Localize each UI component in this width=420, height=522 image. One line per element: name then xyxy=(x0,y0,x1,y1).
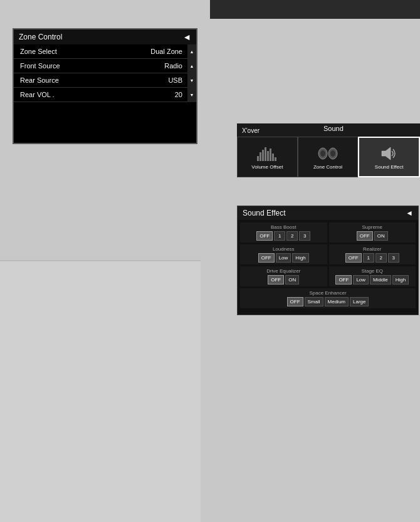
zone-control-title: Zone Control xyxy=(19,33,62,41)
volume-offset-icon xyxy=(256,145,278,162)
table-row[interactable]: Front Source Radio xyxy=(14,59,196,73)
supreme-on[interactable]: ON xyxy=(374,231,388,241)
sound-effect-graphic xyxy=(378,144,401,163)
realizer-2[interactable]: 2 xyxy=(375,253,387,263)
drive-eq-buttons: OFF ON xyxy=(242,275,325,284)
stage-eq-section: Stage EQ OFF Low Middle High xyxy=(329,266,416,286)
table-row[interactable]: Rear VOL . 20 xyxy=(14,88,196,102)
front-source-label: Front Source xyxy=(20,62,60,70)
bass-boost-1[interactable]: 1 xyxy=(274,231,285,241)
bass-boost-3[interactable]: 3 xyxy=(299,231,310,241)
svg-rect-2 xyxy=(262,150,264,161)
drive-eq-on[interactable]: ON xyxy=(285,275,299,284)
rear-vol-value: 20 xyxy=(175,91,182,98)
nav-volume-offset[interactable]: Volume Offset xyxy=(237,137,298,177)
scroll-down-arrow[interactable]: ▼ xyxy=(190,78,194,83)
realizer-title: Realizer xyxy=(331,246,414,252)
supreme-section: Supreme OFF ON xyxy=(329,222,416,243)
stage-eq-high[interactable]: High xyxy=(392,275,409,284)
zone-control-rows: Zone Select Dual Zone Front Source Radio… xyxy=(14,44,196,102)
svg-rect-4 xyxy=(267,151,269,161)
scroll-down-arrow2[interactable]: ▼ xyxy=(190,93,194,97)
sound-effect-icon xyxy=(378,145,401,162)
bass-boost-2[interactable]: 2 xyxy=(286,231,298,241)
table-row[interactable]: Zone Select Dual Zone xyxy=(14,44,196,59)
sound-effect-label: Sound Effect xyxy=(375,164,404,170)
stage-eq-buttons: OFF Low Middle High xyxy=(331,275,414,284)
drive-eq-section: Drive Equalizer OFF ON xyxy=(240,266,327,286)
realizer-section: Realizer OFF 1 2 3 xyxy=(329,244,416,264)
rear-source-label: Rear Source xyxy=(20,76,59,84)
top-bar xyxy=(210,0,420,19)
space-enhancer-buttons: OFF Small Medium Large xyxy=(242,297,414,306)
loudness-high[interactable]: High xyxy=(292,253,308,263)
bass-boost-title: Bass Boost xyxy=(242,224,325,230)
zone-control-panel: Zone Control ◄ Zone Select Dual Zone Fro… xyxy=(13,28,197,144)
stage-eq-off[interactable]: OFF xyxy=(335,275,352,284)
sound-label: Sound xyxy=(323,125,344,132)
nav-zone-control[interactable]: Zone Control xyxy=(298,137,359,177)
supreme-off[interactable]: OFF xyxy=(357,231,373,241)
zone-select-label: Zone Select xyxy=(20,48,57,55)
icon-nav-bar: Volume Offset Zone Control Sound Effect xyxy=(237,137,420,177)
loudness-off[interactable]: OFF xyxy=(258,253,275,263)
space-enhancer-medium[interactable]: Medium xyxy=(325,297,349,306)
sound-text-area: Sound xyxy=(323,125,344,132)
loudness-low[interactable]: Low xyxy=(276,253,291,263)
loudness-buttons: OFF Low High xyxy=(242,253,325,263)
zone-control-label: Zone Control xyxy=(313,164,342,170)
sound-effect-body: Bass Boost OFF 1 2 3 Supreme OFF ON Loud… xyxy=(238,220,418,311)
zone-select-value: Dual Zone xyxy=(150,48,182,55)
supreme-title: Supreme xyxy=(331,224,414,230)
drive-eq-off[interactable]: OFF xyxy=(268,275,284,284)
zone-control-graphic xyxy=(317,144,339,163)
space-enhancer-title: Space Enhancer xyxy=(242,290,414,296)
stage-eq-title: Stage EQ xyxy=(331,268,414,274)
sound-effect-header: Sound Effect ◄ xyxy=(238,206,418,220)
svg-rect-1 xyxy=(260,152,261,161)
svg-rect-7 xyxy=(275,157,276,161)
bass-boost-buttons: OFF 1 2 3 xyxy=(242,231,325,241)
realizer-off[interactable]: OFF xyxy=(345,253,362,263)
svg-rect-0 xyxy=(257,156,259,161)
loudness-section: Loudness OFF Low High xyxy=(240,244,327,264)
scroll-up-arrow[interactable]: ▲ xyxy=(190,50,194,54)
stage-eq-middle[interactable]: Middle xyxy=(370,275,391,284)
sound-effect-panel: Sound Effect ◄ Bass Boost OFF 1 2 3 Supr… xyxy=(237,206,419,315)
left-bottom-area xyxy=(0,260,201,522)
realizer-buttons: OFF 1 2 3 xyxy=(331,253,414,263)
nav-sound-effect[interactable]: Sound Effect xyxy=(358,137,420,177)
space-enhancer-off[interactable]: OFF xyxy=(287,297,303,306)
svg-marker-12 xyxy=(382,147,391,160)
zone-control-header: Zone Control ◄ xyxy=(14,29,196,44)
sound-effect-title: Sound Effect xyxy=(243,209,286,217)
realizer-3[interactable]: 3 xyxy=(388,253,399,263)
rear-source-value: USB xyxy=(168,76,182,84)
svg-rect-5 xyxy=(270,149,271,161)
space-enhancer-small[interactable]: Small xyxy=(305,297,323,306)
bass-boost-off[interactable]: OFF xyxy=(256,231,273,241)
space-enhancer-large[interactable]: Large xyxy=(350,297,369,306)
zone-control-icon xyxy=(317,145,339,162)
volume-offset-label: Volume Offset xyxy=(251,164,283,170)
svg-point-9 xyxy=(320,150,325,157)
drive-eq-title: Drive Equalizer xyxy=(242,268,325,274)
supreme-buttons: OFF ON xyxy=(331,231,414,241)
scroll-up-arrow2[interactable]: ▲ xyxy=(190,64,194,68)
rear-vol-label: Rear VOL . xyxy=(20,91,55,98)
sound-effect-back-icon[interactable]: ◄ xyxy=(406,209,413,217)
svg-rect-3 xyxy=(265,147,266,161)
svg-point-11 xyxy=(330,150,335,157)
table-row[interactable]: Rear Source USB xyxy=(14,73,196,88)
scrollbar: ▲ ▲ ▼ ▼ xyxy=(187,44,196,102)
stage-eq-low[interactable]: Low xyxy=(353,275,369,284)
space-enhancer-section: Space Enhancer OFF Small Medium Large xyxy=(240,288,416,308)
realizer-1[interactable]: 1 xyxy=(363,253,374,263)
loudness-title: Loudness xyxy=(242,246,325,252)
svg-rect-6 xyxy=(272,154,274,161)
volume-offset-graphic xyxy=(256,144,278,163)
xover-label: X'over xyxy=(242,127,260,134)
front-source-value: Radio xyxy=(164,62,182,70)
bass-boost-section: Bass Boost OFF 1 2 3 xyxy=(240,222,327,243)
zone-control-back-icon[interactable]: ◄ xyxy=(182,32,191,42)
